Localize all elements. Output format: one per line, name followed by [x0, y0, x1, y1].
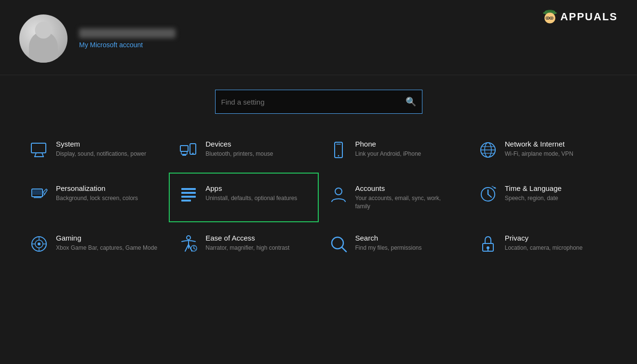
setting-text-network: Network & Internet Wi-Fi, airplane mode,… — [505, 140, 573, 158]
search-button[interactable]: 🔍 — [406, 96, 416, 107]
setting-item-network[interactable]: Network & Internet Wi-Fi, airplane mode,… — [468, 128, 618, 173]
setting-text-personalization: Personalization Background, lock screen,… — [56, 184, 138, 202]
setting-text-accounts: Accounts Your accounts, email, sync, wor… — [355, 184, 458, 211]
svg-line-50 — [342, 247, 346, 252]
search-box: 🔍 — [215, 90, 422, 114]
setting-item-gaming[interactable]: Gaming Xbox Game Bar, captures, Game Mod… — [19, 222, 169, 267]
svg-point-44 — [38, 243, 41, 245]
setting-item-accounts[interactable]: Accounts Your accounts, email, sync, wor… — [319, 173, 468, 222]
settings-grid: System Display, sound, notifications, po… — [0, 123, 637, 267]
setting-item-ease-of-access[interactable]: Ease of Access Narrator, magnifier, high… — [169, 222, 318, 267]
user-name — [79, 28, 176, 38]
setting-text-privacy: Privacy Location, camera, microphone — [505, 234, 583, 252]
svg-rect-32 — [181, 196, 196, 198]
accessibility-icon — [179, 235, 198, 255]
svg-line-48 — [194, 248, 195, 249]
svg-rect-13 — [180, 146, 188, 151]
privacy-icon — [479, 235, 497, 255]
search-settings-icon — [329, 235, 348, 255]
setting-item-search[interactable]: Search Find my files, permissions — [319, 222, 468, 267]
avatar-head — [35, 22, 52, 39]
user-info: My Microsoft account — [79, 28, 176, 49]
search-section: 🔍 — [0, 75, 637, 123]
setting-item-time[interactable]: Time & Language Speech, region, date — [468, 173, 618, 222]
svg-rect-27 — [33, 190, 41, 195]
network-icon — [479, 141, 497, 161]
gaming-icon — [30, 235, 48, 255]
ms-account-link[interactable]: My Microsoft account — [79, 41, 176, 49]
setting-text-apps: Apps Uninstall, defaults, optional featu… — [205, 184, 297, 202]
svg-point-8 — [551, 17, 552, 18]
devices-icon — [179, 141, 198, 161]
setting-text-system: System Display, sound, notifications, po… — [56, 140, 146, 158]
setting-item-apps[interactable]: Apps Uninstall, defaults, optional featu… — [169, 173, 318, 222]
time-icon — [479, 185, 497, 205]
header: My Microsoft account APPUALS — [0, 0, 637, 75]
accounts-icon — [329, 185, 348, 205]
setting-item-phone[interactable]: Phone Link your Android, iPhone — [319, 128, 468, 173]
setting-item-privacy[interactable]: Privacy Location, camera, microphone — [468, 222, 618, 267]
apps-icon — [179, 185, 198, 205]
svg-point-17 — [192, 153, 194, 154]
svg-rect-30 — [181, 188, 196, 190]
setting-item-personalization[interactable]: Personalization Background, lock screen,… — [19, 173, 169, 222]
setting-text-search: Search Find my files, permissions — [355, 234, 422, 252]
svg-rect-31 — [181, 192, 196, 194]
setting-item-devices[interactable]: Devices Bluetooth, printers, mouse — [169, 128, 318, 173]
svg-point-45 — [187, 236, 190, 240]
logo-text: APPUALS — [560, 11, 618, 23]
avatar-silhouette — [29, 31, 58, 63]
setting-text-devices: Devices Bluetooth, printers, mouse — [205, 140, 273, 158]
svg-line-11 — [42, 153, 43, 157]
svg-rect-9 — [31, 143, 46, 153]
setting-text-time: Time & Language Speech, region, date — [505, 184, 562, 202]
logo-icon — [539, 7, 558, 27]
svg-line-37 — [488, 194, 491, 197]
svg-point-7 — [547, 17, 548, 18]
svg-rect-33 — [181, 200, 191, 202]
avatar — [19, 14, 68, 63]
personalization-icon — [30, 185, 48, 205]
svg-rect-15 — [182, 154, 186, 156]
search-input[interactable] — [221, 98, 402, 106]
setting-text-ease-of-access: Ease of Access Narrator, magnifier, high… — [205, 234, 289, 252]
monitor-icon — [30, 141, 48, 161]
phone-icon — [329, 141, 348, 161]
svg-point-19 — [338, 155, 339, 157]
svg-point-34 — [335, 188, 342, 195]
setting-text-gaming: Gaming Xbox Game Bar, captures, Game Mod… — [56, 234, 157, 252]
setting-text-phone: Phone Link your Android, iPhone — [355, 140, 421, 158]
logo-area: APPUALS — [539, 7, 618, 27]
setting-item-system[interactable]: System Display, sound, notifications, po… — [19, 128, 169, 173]
svg-line-10 — [35, 153, 36, 157]
